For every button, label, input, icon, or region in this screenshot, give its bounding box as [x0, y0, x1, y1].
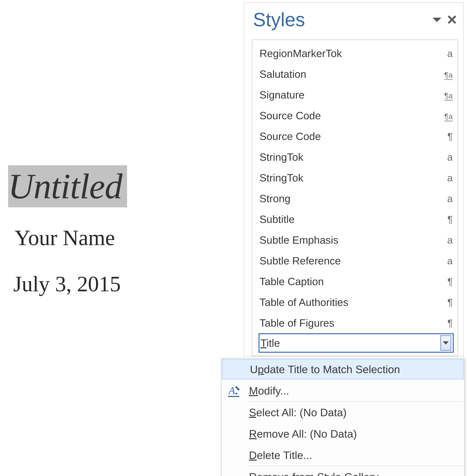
svg-text:A: A [228, 385, 235, 396]
paragraph-style-icon: ¶ [441, 131, 453, 142]
style-item[interactable]: Subtle Emphasis a [252, 230, 458, 250]
close-icon[interactable] [447, 15, 457, 25]
style-label: Title [260, 337, 441, 349]
style-label: RegionMarkerTok [259, 47, 441, 59]
style-item[interactable]: Subtle Reference a [252, 250, 458, 271]
style-item[interactable]: Strong a [252, 188, 458, 209]
style-context-menu: Update Title to Match Selection A Modify… [221, 358, 465, 476]
character-style-icon: a [441, 193, 453, 204]
style-item[interactable]: Table of Authorities ¶ [252, 292, 458, 313]
style-item[interactable]: Subtitle ¶ [252, 209, 458, 230]
menu-update-to-match[interactable]: Update Title to Match Selection [222, 359, 464, 380]
linked-style-icon: ¶a [441, 68, 453, 80]
style-label: StringTok [259, 172, 441, 184]
style-item[interactable]: Signature ¶a [252, 84, 458, 105]
style-item[interactable]: StringTok a [252, 167, 458, 188]
paragraph-style-icon: ¶ [441, 214, 453, 225]
document-area: Untitled Your Name July 3, 2015 [6, 165, 188, 297]
style-label: Subtle Emphasis [259, 234, 441, 246]
modify-style-icon: A [221, 384, 249, 397]
menu-remove-all[interactable]: Remove All: (No Data) [221, 423, 464, 444]
style-item-selected[interactable]: Title [259, 333, 454, 353]
style-label: Table Caption [259, 275, 441, 287]
linked-style-icon: ¶a [441, 89, 453, 101]
style-label: Strong [259, 192, 441, 205]
styles-pane-header: Styles [244, 3, 463, 36]
style-label: Source Code [259, 109, 441, 122]
menu-delete[interactable]: Delete Title... [221, 444, 464, 466]
linked-style-icon: ¶a [441, 110, 453, 121]
style-item[interactable]: RegionMarkerTok a [252, 43, 458, 64]
character-style-icon: a [441, 172, 453, 184]
style-item[interactable]: Source Code ¶ [252, 126, 458, 147]
style-label: Source Code [259, 130, 441, 142]
style-item[interactable]: StringTok a [252, 147, 458, 167]
paragraph-style-icon: ¶ [441, 297, 453, 308]
style-label: StringTok [259, 151, 441, 163]
menu-remove-from-gallery[interactable]: Remove from Style Gallery [221, 466, 464, 476]
style-label: Salutation [259, 68, 441, 80]
styles-pane-title: Styles [253, 9, 432, 31]
svg-marker-6 [235, 393, 238, 395]
style-item[interactable]: Table of Figures ¶ [252, 313, 458, 333]
style-label: Table of Figures [259, 317, 441, 329]
style-label: Subtle Reference [259, 255, 441, 267]
style-item[interactable]: Source Code ¶a [252, 105, 458, 126]
styles-list[interactable]: RegionMarkerTok a Salutation ¶a Signatur… [252, 40, 458, 356]
document-date[interactable]: July 3, 2015 [13, 271, 188, 297]
character-style-icon: a [441, 234, 453, 246]
menu-modify[interactable]: A Modify... [221, 380, 464, 401]
style-label: Signature [259, 89, 441, 101]
title-selection-highlight[interactable]: Untitled [8, 165, 127, 207]
menu-select-all[interactable]: Select All: (No Data) [221, 402, 464, 423]
pane-options-icon[interactable] [432, 16, 442, 23]
svg-marker-3 [443, 341, 449, 345]
character-style-icon: a [441, 48, 453, 59]
character-style-icon: a [441, 255, 453, 267]
document-title[interactable]: Untitled [8, 166, 122, 206]
paragraph-style-icon: ¶ [441, 317, 453, 329]
character-style-icon: a [441, 151, 453, 163]
svg-rect-5 [235, 386, 240, 391]
svg-marker-0 [432, 18, 441, 22]
document-author[interactable]: Your Name [14, 225, 188, 250]
style-label: Table of Authorities [259, 296, 441, 308]
paragraph-style-icon: ¶ [441, 276, 453, 287]
style-label: Subtitle [259, 213, 441, 225]
style-item[interactable]: Salutation ¶a [252, 64, 458, 84]
style-item[interactable]: Table Caption ¶ [252, 271, 458, 292]
style-dropdown-button[interactable] [441, 335, 451, 351]
styles-pane: Styles RegionMarkerTok a Salutation ¶a S… [244, 2, 464, 357]
